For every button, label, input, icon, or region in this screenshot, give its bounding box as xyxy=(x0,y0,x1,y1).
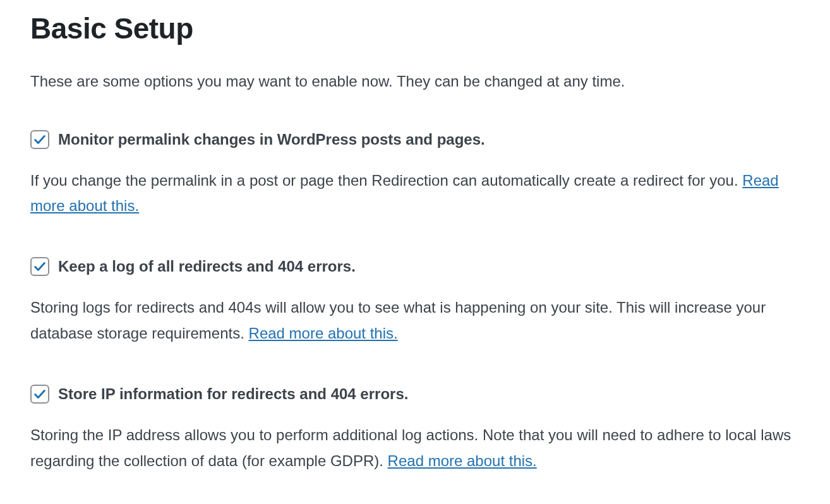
option-monitor-permalinks: Monitor permalink changes in WordPress p… xyxy=(30,130,800,220)
option-store-ip-desc: Storing the IP address allows you to per… xyxy=(30,423,800,474)
intro-text: These are some options you may want to e… xyxy=(30,71,800,92)
read-more-link[interactable]: Read more about this. xyxy=(388,452,537,469)
option-store-ip-label[interactable]: Store IP information for redirects and 4… xyxy=(30,385,408,404)
option-desc-text: If you change the permalink in a post or… xyxy=(30,172,742,189)
page-title: Basic Setup xyxy=(30,11,800,45)
read-more-link[interactable]: Read more about this. xyxy=(249,325,398,342)
option-label-text: Monitor permalink changes in WordPress p… xyxy=(58,131,485,148)
option-monitor-permalinks-label[interactable]: Monitor permalink changes in WordPress p… xyxy=(30,130,485,149)
option-label-text: Keep a log of all redirects and 404 erro… xyxy=(58,258,356,275)
checkbox-icon xyxy=(30,385,49,404)
option-monitor-permalinks-desc: If you change the permalink in a post or… xyxy=(30,168,800,220)
option-label-text: Store IP information for redirects and 4… xyxy=(58,385,408,403)
option-keep-log: Keep a log of all redirects and 404 erro… xyxy=(30,257,800,347)
option-desc-text: Storing logs for redirects and 404s will… xyxy=(30,299,766,342)
option-store-ip: Store IP information for redirects and 4… xyxy=(30,385,800,474)
checkbox-icon xyxy=(30,257,49,276)
checkbox-icon xyxy=(30,130,49,149)
option-keep-log-label[interactable]: Keep a log of all redirects and 404 erro… xyxy=(30,257,356,276)
option-keep-log-desc: Storing logs for redirects and 404s will… xyxy=(30,295,800,347)
